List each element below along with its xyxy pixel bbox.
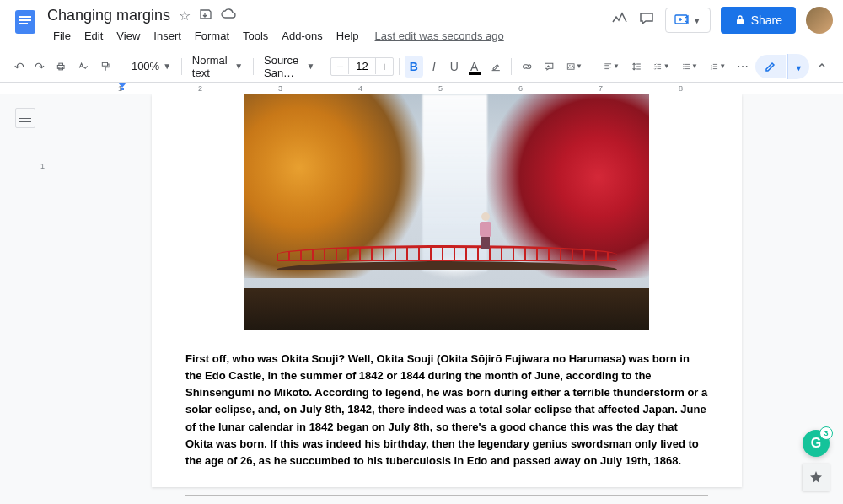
align-button[interactable]: ▼ — [599, 56, 625, 78]
menu-insert[interactable]: Insert — [148, 26, 187, 46]
svg-rect-5 — [737, 19, 744, 24]
svg-rect-2 — [19, 19, 31, 21]
menu-format[interactable]: Format — [189, 26, 235, 46]
header: Changing margins ☆ File Edit View Insert… — [0, 0, 843, 51]
svg-rect-7 — [59, 63, 63, 65]
comments-icon[interactable] — [638, 10, 655, 30]
svg-text:3: 3 — [711, 67, 712, 70]
menu-addons[interactable]: Add-ons — [276, 26, 328, 46]
document-image[interactable] — [244, 94, 649, 330]
outline-button[interactable] — [15, 108, 35, 128]
svg-rect-9 — [102, 62, 107, 66]
font-size-control: − 12 + — [330, 57, 394, 76]
page-container[interactable]: First off, who was Okita Souji? Well, Ok… — [51, 94, 843, 504]
star-icon[interactable]: ☆ — [179, 8, 191, 24]
ruler-mark: 3 — [278, 84, 282, 93]
vertical-ruler[interactable]: 1 — [40, 94, 51, 504]
font-size-value[interactable]: 12 — [348, 58, 375, 74]
explore-button[interactable] — [803, 464, 830, 491]
more-button[interactable]: ⋯ — [733, 56, 752, 78]
svg-point-12 — [683, 63, 684, 64]
underline-button[interactable]: U — [445, 56, 464, 78]
lock-icon — [734, 14, 746, 26]
grammarly-button[interactable]: G — [803, 430, 830, 457]
insert-link-button[interactable] — [517, 56, 537, 78]
svg-rect-1 — [19, 16, 31, 18]
spellcheck-button[interactable] — [72, 56, 93, 78]
ruler-mark: 5 — [438, 84, 443, 93]
zoom-select[interactable]: 100%▼ — [126, 56, 176, 76]
insert-comment-button[interactable] — [539, 56, 559, 78]
divider — [185, 495, 708, 496]
checklist-button[interactable]: ▼ — [648, 56, 674, 78]
undo-button[interactable]: ↶ — [10, 56, 29, 78]
present-icon — [674, 13, 690, 27]
share-button[interactable]: Share — [721, 7, 796, 34]
docs-logo-icon[interactable] — [10, 7, 40, 37]
print-button[interactable] — [51, 56, 71, 78]
ruler-mark: 1 — [40, 162, 45, 170]
ruler-mark: 2 — [198, 84, 202, 93]
font-select[interactable]: Source San…▼ — [259, 51, 319, 83]
move-icon[interactable] — [199, 8, 212, 24]
page: First off, who was Okita Souji? Well, Ok… — [152, 94, 742, 487]
menu-view[interactable]: View — [110, 26, 146, 46]
svg-point-14 — [683, 67, 684, 68]
bulleted-list-button[interactable]: ▼ — [677, 56, 703, 78]
svg-point-13 — [683, 66, 684, 67]
bold-button[interactable]: B — [405, 56, 423, 78]
ruler-mark: 1 — [118, 84, 122, 93]
collapse-toolbar-button[interactable] — [811, 54, 833, 79]
chevron-down-icon: ▼ — [693, 16, 701, 25]
menu-bar: File Edit View Insert Format Tools Add-o… — [47, 26, 611, 46]
numbered-list-button[interactable]: 123▼ — [705, 56, 731, 78]
avatar[interactable] — [806, 7, 833, 34]
last-edit-link[interactable]: Last edit was seconds ago — [375, 29, 504, 42]
highlight-button[interactable] — [486, 56, 506, 78]
ruler-mark: 4 — [358, 84, 362, 93]
menu-tools[interactable]: Tools — [237, 26, 274, 46]
paint-format-button[interactable] — [95, 56, 115, 78]
share-label: Share — [751, 13, 782, 27]
menu-edit[interactable]: Edit — [78, 26, 109, 46]
menu-file[interactable]: File — [47, 26, 77, 46]
italic-button[interactable]: I — [425, 56, 443, 78]
editing-mode-button[interactable] — [755, 55, 786, 78]
present-button[interactable]: ▼ — [665, 8, 711, 33]
svg-rect-0 — [15, 10, 35, 34]
style-select[interactable]: Normal text▼ — [187, 51, 248, 83]
horizontal-ruler[interactable]: 1 2 3 4 5 6 7 8 — [51, 83, 843, 94]
ruler-mark: 7 — [599, 84, 603, 93]
ruler-mark: 6 — [518, 84, 523, 93]
menu-help[interactable]: Help — [330, 26, 365, 46]
font-size-increase[interactable]: + — [376, 58, 393, 75]
font-size-decrease[interactable]: − — [331, 58, 348, 75]
ruler-mark: 8 — [679, 84, 683, 93]
toolbar: ↶ ↷ 100%▼ Normal text▼ Source San…▼ − 12… — [0, 51, 843, 83]
insert-image-button[interactable]: ▼ — [561, 56, 588, 78]
line-spacing-button[interactable] — [626, 56, 647, 78]
editing-mode-dropdown[interactable]: ▼ — [787, 54, 809, 79]
activity-icon[interactable] — [611, 10, 628, 30]
redo-button[interactable]: ↷ — [30, 56, 49, 78]
svg-point-11 — [569, 65, 570, 66]
text-color-button[interactable]: A — [465, 56, 484, 78]
document-body-text[interactable]: First off, who was Okita Souji? Well, Ok… — [185, 351, 708, 469]
document-title[interactable]: Changing margins — [47, 7, 170, 24]
svg-rect-3 — [19, 23, 28, 24]
cloud-status-icon[interactable] — [221, 8, 236, 24]
